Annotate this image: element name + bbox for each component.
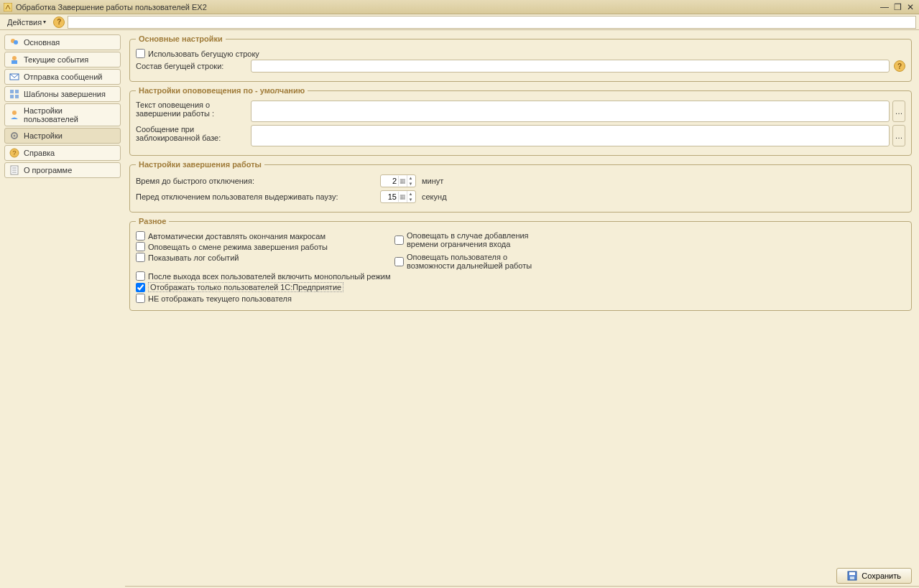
calculator-icon[interactable]: ▦ bbox=[398, 176, 407, 186]
label-cb6: НЕ отображать текущего пользователя bbox=[148, 294, 292, 303]
toolbar: Действия ▾ ? bbox=[0, 14, 919, 30]
unit-fast-off: минут bbox=[422, 177, 443, 185]
svg-text:?: ? bbox=[12, 149, 16, 157]
titlebar: Обработка Завершение работы пользователе… bbox=[0, 0, 919, 14]
checkbox-hide-current[interactable] bbox=[136, 294, 145, 303]
label-cb1: Автоматически доставлять окончания макро… bbox=[148, 232, 325, 241]
svg-rect-21 bbox=[850, 577, 854, 579]
sidebar-item-main[interactable]: Основная bbox=[4, 34, 121, 50]
label-locked-msg: Сообщение при заблокированной базе: bbox=[136, 125, 251, 142]
unit-pause: секунд bbox=[422, 192, 447, 201]
sidebar-item-usersettings[interactable]: Настройки пользователей bbox=[4, 103, 121, 126]
svg-point-10 bbox=[12, 111, 17, 115]
label-use-ticker: Использовать бегущую строку bbox=[148, 50, 259, 58]
calculator-icon[interactable]: ▦ bbox=[398, 192, 407, 202]
label-ticker-content: Состав бегущей строки: bbox=[136, 62, 251, 70]
spinner-up-icon[interactable]: ▲ bbox=[407, 175, 414, 181]
svg-rect-20 bbox=[849, 572, 855, 575]
sidebar-item-help[interactable]: ? Справка bbox=[4, 145, 121, 161]
close-button[interactable]: ✕ bbox=[905, 2, 916, 12]
spinner-pause[interactable]: ▦ ▲ ▼ bbox=[380, 190, 416, 203]
label-cbR1: Оповещать в случае добавления времени ог… bbox=[407, 231, 536, 248]
sidebar-item-label: Настройки bbox=[24, 131, 63, 140]
help-circle-icon: ? bbox=[9, 148, 19, 158]
mail-icon bbox=[9, 72, 19, 82]
app-icon bbox=[3, 2, 13, 12]
sidebar-item-label: Настройки пользователей bbox=[24, 106, 116, 123]
grid-icon bbox=[9, 89, 19, 99]
maximize-button[interactable]: ❐ bbox=[892, 2, 903, 12]
sidebar-item-label: Основная bbox=[24, 38, 60, 47]
input-notify-text[interactable] bbox=[251, 101, 890, 122]
svg-rect-6 bbox=[10, 90, 14, 93]
label-cb2: Оповещать о смене режима завершения рабо… bbox=[148, 243, 328, 251]
label-cb5: Отображать только пользователей 1С:Предп… bbox=[148, 282, 343, 292]
sidebar-item-label: Текущие события bbox=[24, 55, 88, 64]
help-ticker-icon[interactable]: ? bbox=[894, 60, 905, 72]
user-icon bbox=[9, 55, 19, 65]
input-locked-msg[interactable] bbox=[251, 125, 890, 146]
chevron-down-icon: ▾ bbox=[43, 19, 46, 25]
actions-menu[interactable]: Действия ▾ bbox=[3, 17, 50, 28]
checkbox-macros[interactable] bbox=[136, 231, 145, 241]
sidebar-item-send[interactable]: Отправка сообщений bbox=[4, 69, 121, 85]
checkbox-use-ticker[interactable] bbox=[136, 49, 145, 58]
gear-icon bbox=[9, 131, 19, 141]
checkbox-monopoly[interactable] bbox=[136, 271, 145, 281]
legend-shutdown: Настройки завершения работы bbox=[136, 160, 264, 169]
sidebar-item-about[interactable]: О программе bbox=[4, 162, 121, 178]
checkbox-only-1c[interactable] bbox=[136, 283, 145, 292]
legend-main-settings: Основные настройки bbox=[136, 34, 226, 43]
person-icon bbox=[9, 110, 19, 120]
spinner-up-icon[interactable]: ▲ bbox=[407, 191, 414, 197]
svg-point-2 bbox=[14, 40, 18, 45]
save-button[interactable]: Сохранить bbox=[836, 568, 912, 584]
svg-rect-7 bbox=[15, 90, 19, 93]
input-ticker-content[interactable] bbox=[251, 60, 890, 73]
checkbox-notify-add-time[interactable] bbox=[394, 235, 404, 245]
main-area: Основная Текущие события Отправка сообще… bbox=[0, 30, 919, 588]
sidebar-item-events[interactable]: Текущие события bbox=[4, 52, 121, 67]
group-misc: Разное Автоматически доставлять окончани… bbox=[129, 217, 912, 311]
ellipsis-notify-button[interactable]: … bbox=[892, 101, 905, 122]
sidebar-item-label: Отправка сообщений bbox=[24, 73, 102, 81]
footer: Сохранить bbox=[836, 568, 912, 584]
spinner-fast-off[interactable]: ▦ ▲ ▼ bbox=[380, 174, 416, 187]
document-icon bbox=[9, 165, 19, 175]
toolbar-search-input[interactable] bbox=[68, 16, 916, 29]
group-main-settings: Основные настройки Использовать бегущую … bbox=[129, 34, 912, 82]
input-pause[interactable] bbox=[381, 192, 398, 201]
users-icon bbox=[9, 37, 19, 47]
sidebar-item-label: О программе bbox=[24, 166, 72, 174]
spinner-down-icon[interactable]: ▼ bbox=[407, 181, 414, 187]
sidebar-item-label: Справка bbox=[24, 149, 55, 157]
window-title: Обработка Завершение работы пользователе… bbox=[16, 3, 879, 11]
sidebar-item-templates[interactable]: Шаблоны завершения bbox=[4, 86, 121, 102]
checkbox-notify-continue[interactable] bbox=[394, 257, 404, 266]
label-cbR2: Оповещать пользователя о возможности дал… bbox=[407, 253, 536, 270]
svg-rect-4 bbox=[11, 60, 17, 64]
help-icon[interactable]: ? bbox=[53, 17, 65, 28]
ellipsis-locked-button[interactable]: … bbox=[892, 125, 905, 146]
label-notify-text: Текст оповещения о завершении работы : bbox=[136, 101, 251, 118]
label-fast-off: Время до быстрого отключения: bbox=[136, 177, 380, 185]
legend-misc: Разное bbox=[136, 217, 169, 225]
sidebar: Основная Текущие события Отправка сообще… bbox=[0, 30, 125, 588]
minimize-button[interactable]: — bbox=[879, 2, 890, 12]
label-cb4: После выхода всех пользователей включить… bbox=[148, 272, 391, 281]
svg-point-3 bbox=[12, 56, 17, 60]
legend-defaults: Настройки опововещения по - умолчанию bbox=[136, 86, 308, 95]
footer-divider bbox=[125, 586, 919, 587]
sidebar-item-settings[interactable]: Настройки bbox=[4, 128, 121, 144]
svg-point-12 bbox=[14, 135, 16, 137]
window-controls: — ❐ ✕ bbox=[879, 2, 916, 12]
svg-rect-9 bbox=[15, 95, 19, 98]
spinner-down-icon[interactable]: ▼ bbox=[407, 197, 414, 202]
svg-rect-0 bbox=[4, 3, 12, 11]
checkbox-mode-change[interactable] bbox=[136, 242, 145, 251]
input-fast-off[interactable] bbox=[381, 177, 398, 185]
group-defaults: Настройки опововещения по - умолчанию Те… bbox=[129, 86, 912, 156]
checkbox-show-log[interactable] bbox=[136, 253, 145, 262]
label-cb3: Показывать лог событий bbox=[148, 253, 239, 262]
label-pause: Перед отключением пользователя выдержива… bbox=[136, 192, 380, 201]
